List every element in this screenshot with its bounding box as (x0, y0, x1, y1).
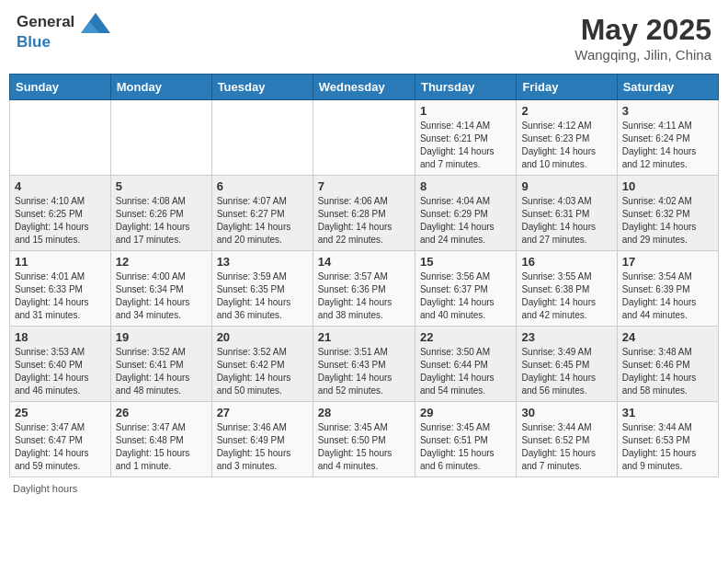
day-info: Sunrise: 3:51 AM Sunset: 6:43 PM Dayligh… (318, 346, 410, 397)
day-number: 2 (521, 104, 611, 118)
calendar-day-cell: 10Sunrise: 4:02 AM Sunset: 6:32 PM Dayli… (617, 176, 718, 251)
day-number: 23 (521, 330, 611, 344)
day-info: Sunrise: 4:02 AM Sunset: 6:32 PM Dayligh… (622, 195, 713, 247)
calendar-day-cell: 12Sunrise: 4:00 AM Sunset: 6:34 PM Dayli… (110, 251, 211, 327)
calendar-day-cell (211, 100, 313, 176)
day-number: 30 (521, 406, 611, 419)
calendar-week-row: 18Sunrise: 3:53 AM Sunset: 6:40 PM Dayli… (10, 327, 719, 402)
day-number: 5 (116, 179, 207, 193)
calendar-day-cell: 23Sunrise: 3:49 AM Sunset: 6:45 PM Dayli… (517, 327, 617, 402)
day-number: 25 (15, 406, 106, 419)
footer: Daylight hours (9, 483, 719, 494)
day-number: 1 (420, 104, 511, 118)
day-info: Sunrise: 4:01 AM Sunset: 6:33 PM Dayligh… (15, 270, 106, 322)
day-info: Sunrise: 3:52 AM Sunset: 6:41 PM Dayligh… (116, 346, 207, 397)
day-info: Sunrise: 3:44 AM Sunset: 6:53 PM Dayligh… (622, 421, 713, 473)
day-number: 20 (217, 330, 308, 344)
day-number: 21 (318, 330, 410, 344)
calendar-day-cell: 30Sunrise: 3:44 AM Sunset: 6:52 PM Dayli… (517, 402, 617, 477)
calendar-day-cell: 11Sunrise: 4:01 AM Sunset: 6:33 PM Dayli… (10, 251, 111, 327)
calendar-header-row: SundayMondayTuesdayWednesdayThursdayFrid… (10, 75, 719, 100)
day-number: 19 (116, 330, 207, 344)
logo-blue: Blue (17, 33, 110, 52)
day-info: Sunrise: 3:44 AM Sunset: 6:52 PM Dayligh… (521, 421, 611, 473)
day-number: 27 (217, 406, 308, 419)
calendar-day-header: Thursday (415, 75, 516, 100)
calendar-day-header: Friday (517, 75, 617, 100)
subtitle: Wangqing, Jilin, China (574, 47, 711, 63)
day-number: 12 (116, 255, 207, 269)
day-number: 4 (15, 179, 106, 193)
calendar-day-cell: 28Sunrise: 3:45 AM Sunset: 6:50 PM Dayli… (313, 402, 415, 477)
logo: General Blue (17, 13, 110, 52)
page-header: General Blue May 2025 Wangqing, Jilin, C… (9, 9, 719, 66)
calendar-week-row: 11Sunrise: 4:01 AM Sunset: 6:33 PM Dayli… (10, 251, 719, 327)
calendar-week-row: 25Sunrise: 3:47 AM Sunset: 6:47 PM Dayli… (10, 402, 719, 477)
day-info: Sunrise: 3:47 AM Sunset: 6:48 PM Dayligh… (116, 421, 207, 473)
day-info: Sunrise: 3:52 AM Sunset: 6:42 PM Dayligh… (217, 346, 308, 397)
day-number: 31 (622, 406, 713, 419)
day-number: 6 (217, 179, 308, 193)
day-number: 3 (622, 104, 713, 118)
day-info: Sunrise: 4:11 AM Sunset: 6:24 PM Dayligh… (622, 120, 713, 171)
calendar-day-cell: 26Sunrise: 3:47 AM Sunset: 6:48 PM Dayli… (110, 402, 211, 477)
calendar-day-cell (10, 100, 111, 176)
calendar-day-cell: 8Sunrise: 4:04 AM Sunset: 6:29 PM Daylig… (415, 176, 516, 251)
calendar-day-cell: 18Sunrise: 3:53 AM Sunset: 6:40 PM Dayli… (10, 327, 111, 402)
calendar-week-row: 4Sunrise: 4:10 AM Sunset: 6:25 PM Daylig… (10, 176, 719, 251)
day-info: Sunrise: 3:45 AM Sunset: 6:50 PM Dayligh… (318, 421, 410, 473)
calendar-day-header: Tuesday (211, 75, 313, 100)
day-number: 7 (318, 179, 410, 193)
day-info: Sunrise: 3:57 AM Sunset: 6:36 PM Dayligh… (318, 270, 410, 322)
day-info: Sunrise: 3:47 AM Sunset: 6:47 PM Dayligh… (15, 421, 106, 473)
day-info: Sunrise: 4:08 AM Sunset: 6:26 PM Dayligh… (116, 195, 207, 247)
calendar-day-header: Saturday (617, 75, 718, 100)
calendar-day-cell: 2Sunrise: 4:12 AM Sunset: 6:23 PM Daylig… (517, 100, 617, 176)
calendar-day-header: Sunday (10, 75, 111, 100)
daylight-hours-label: Daylight hours (13, 483, 77, 494)
day-info: Sunrise: 4:03 AM Sunset: 6:31 PM Dayligh… (521, 195, 611, 247)
day-info: Sunrise: 4:14 AM Sunset: 6:21 PM Dayligh… (420, 120, 511, 171)
calendar-day-cell: 24Sunrise: 3:48 AM Sunset: 6:46 PM Dayli… (617, 327, 718, 402)
calendar-day-cell: 20Sunrise: 3:52 AM Sunset: 6:42 PM Dayli… (211, 327, 313, 402)
calendar-day-cell: 14Sunrise: 3:57 AM Sunset: 6:36 PM Dayli… (313, 251, 415, 327)
calendar-day-cell: 15Sunrise: 3:56 AM Sunset: 6:37 PM Dayli… (415, 251, 516, 327)
calendar-day-cell: 6Sunrise: 4:07 AM Sunset: 6:27 PM Daylig… (211, 176, 313, 251)
day-number: 16 (521, 255, 611, 269)
calendar-day-cell (110, 100, 211, 176)
day-number: 9 (521, 179, 611, 193)
day-number: 24 (622, 330, 713, 344)
day-info: Sunrise: 3:53 AM Sunset: 6:40 PM Dayligh… (15, 346, 106, 397)
day-number: 17 (622, 255, 713, 269)
day-info: Sunrise: 4:10 AM Sunset: 6:25 PM Dayligh… (15, 195, 106, 247)
calendar-day-header: Wednesday (313, 75, 415, 100)
calendar-day-cell: 19Sunrise: 3:52 AM Sunset: 6:41 PM Dayli… (110, 327, 211, 402)
calendar-day-cell: 27Sunrise: 3:46 AM Sunset: 6:49 PM Dayli… (211, 402, 313, 477)
calendar-day-cell: 21Sunrise: 3:51 AM Sunset: 6:43 PM Dayli… (313, 327, 415, 402)
day-number: 8 (420, 179, 511, 193)
day-number: 11 (15, 255, 106, 269)
day-info: Sunrise: 4:00 AM Sunset: 6:34 PM Dayligh… (116, 270, 207, 322)
day-info: Sunrise: 3:55 AM Sunset: 6:38 PM Dayligh… (521, 270, 611, 322)
calendar-day-cell: 5Sunrise: 4:08 AM Sunset: 6:26 PM Daylig… (110, 176, 211, 251)
calendar-week-row: 1Sunrise: 4:14 AM Sunset: 6:21 PM Daylig… (10, 100, 719, 176)
calendar-day-cell: 29Sunrise: 3:45 AM Sunset: 6:51 PM Dayli… (415, 402, 516, 477)
calendar-day-header: Monday (110, 75, 211, 100)
day-info: Sunrise: 4:06 AM Sunset: 6:28 PM Dayligh… (318, 195, 410, 247)
day-info: Sunrise: 4:12 AM Sunset: 6:23 PM Dayligh… (521, 120, 611, 171)
day-number: 14 (318, 255, 410, 269)
day-info: Sunrise: 3:49 AM Sunset: 6:45 PM Dayligh… (521, 346, 611, 397)
calendar-day-cell: 25Sunrise: 3:47 AM Sunset: 6:47 PM Dayli… (10, 402, 111, 477)
calendar-day-cell: 17Sunrise: 3:54 AM Sunset: 6:39 PM Dayli… (617, 251, 718, 327)
day-info: Sunrise: 3:45 AM Sunset: 6:51 PM Dayligh… (420, 421, 511, 473)
day-number: 28 (318, 406, 410, 419)
calendar-day-cell: 22Sunrise: 3:50 AM Sunset: 6:44 PM Dayli… (415, 327, 516, 402)
day-info: Sunrise: 4:04 AM Sunset: 6:29 PM Dayligh… (420, 195, 511, 247)
calendar-day-cell: 1Sunrise: 4:14 AM Sunset: 6:21 PM Daylig… (415, 100, 516, 176)
day-number: 15 (420, 255, 511, 269)
day-info: Sunrise: 3:48 AM Sunset: 6:46 PM Dayligh… (622, 346, 713, 397)
calendar-day-cell: 31Sunrise: 3:44 AM Sunset: 6:53 PM Dayli… (617, 402, 718, 477)
calendar-day-cell: 16Sunrise: 3:55 AM Sunset: 6:38 PM Dayli… (517, 251, 617, 327)
calendar-day-cell (313, 100, 415, 176)
day-number: 26 (116, 406, 207, 419)
